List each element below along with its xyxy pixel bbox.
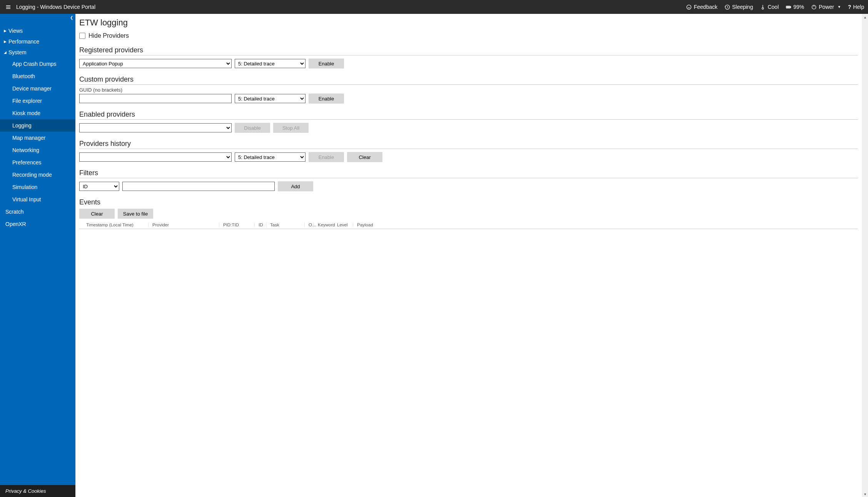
sidebar-item-logging[interactable]: Logging [0,119,75,132]
stop-all-button[interactable]: Stop All [273,123,309,133]
events-save-button[interactable]: Save to file [118,209,153,219]
disable-button[interactable]: Disable [235,123,270,133]
svg-rect-5 [786,6,790,8]
sidebar-item-bluetooth[interactable]: Bluetooth [0,70,75,82]
filter-field-select[interactable]: ID [79,182,119,191]
sidebar-item-device-manager[interactable]: Device manager [0,82,75,95]
history-enable-button[interactable]: Enable [309,152,344,162]
events-heading: Events [79,198,858,207]
help-link[interactable]: ? Help [848,4,864,10]
sidebar-collapse-icon[interactable]: ❮ [70,15,73,20]
hide-providers-label: Hide Providers [88,32,129,39]
column-provider[interactable]: Provider [149,223,219,227]
history-level-select[interactable]: 5: Detailed trace [235,152,305,162]
sidebar-item-kiosk-mode[interactable]: Kiosk mode [0,107,75,119]
scroll-up-icon[interactable]: ▴ [862,14,868,20]
temperature-label: Cool [768,4,779,10]
sidebar-item-recording-mode[interactable]: Recording mode [0,169,75,181]
column-opcode[interactable]: O… [305,223,314,227]
sleep-label: Sleeping [732,4,753,10]
menu-icon[interactable] [4,3,12,11]
svg-point-0 [687,5,691,9]
events-table-header: Timestamp (Local Time) Provider PID:TID … [79,221,858,229]
registered-level-select[interactable]: 5: Detailed trace [235,59,305,68]
caret-right-icon: ▶ [4,29,8,33]
history-clear-button[interactable]: Clear [347,152,382,162]
guid-input[interactable] [79,94,232,103]
smile-icon [686,4,692,10]
svg-rect-4 [790,7,791,8]
events-table: Timestamp (Local Time) Provider PID:TID … [79,221,858,229]
column-payload[interactable]: Payload [353,223,858,227]
feedback-link[interactable]: Feedback [686,4,717,10]
sidebar-item-app-crash-dumps[interactable]: App Crash Dumps [0,58,75,70]
help-label: Help [853,4,864,10]
column-id[interactable]: ID [255,223,266,227]
enabled-providers-heading: Enabled providers [79,110,858,120]
svg-point-2 [762,7,764,9]
registered-enable-button[interactable]: Enable [309,59,344,69]
performance-label: Performance [8,38,39,45]
sidebar-item-map-manager[interactable]: Map manager [0,132,75,144]
power-menu[interactable]: Power ▼ [811,4,841,10]
sidebar-category-views[interactable]: ▶ Views [0,25,75,36]
privacy-cookies-link[interactable]: Privacy & Cookies [0,485,75,497]
events-clear-button[interactable]: Clear [79,209,115,219]
sidebar-item-openxr[interactable]: OpenXR [0,218,75,230]
power-label: Power [819,4,834,10]
sidebar-item-scratch[interactable]: Scratch [0,206,75,218]
vertical-scrollbar[interactable]: ▴ ▾ [862,14,868,497]
battery-icon [786,4,791,10]
system-label: System [8,49,27,55]
feedback-label: Feedback [694,4,717,10]
sidebar-item-virtual-input[interactable]: Virtual Input [0,193,75,206]
filters-heading: Filters [79,169,858,178]
sidebar-category-system[interactable]: ◢ System [0,47,75,58]
filter-add-button[interactable]: Add [278,181,313,191]
filter-value-input[interactable] [122,182,275,191]
sidebar-item-preferences[interactable]: Preferences [0,156,75,169]
history-icon [724,4,730,10]
chevron-down-icon: ▼ [838,5,841,9]
sidebar: ❮ ▶ Views ▶ Performance ◢ System App Cra… [0,14,75,497]
column-task[interactable]: Task [266,223,305,227]
hide-providers-checkbox[interactable] [79,33,85,39]
temperature-status[interactable]: Cool [760,4,779,10]
sidebar-category-performance[interactable]: ▶ Performance [0,36,75,47]
enabled-provider-select[interactable] [79,123,232,132]
main-content: ETW logging Hide Providers Registered pr… [75,14,862,497]
page-title: ETW logging [79,18,858,28]
caret-down-icon: ◢ [4,50,8,54]
views-label: Views [8,28,23,34]
column-keyword[interactable]: Keyword [314,223,333,227]
custom-level-select[interactable]: 5: Detailed trace [235,94,305,103]
battery-label: 99% [793,4,804,10]
window-title: Logging - Windows Device Portal [16,4,95,10]
question-icon: ? [848,4,851,10]
sidebar-item-simulation[interactable]: Simulation [0,181,75,193]
registered-provider-select[interactable]: Application Popup [79,59,232,68]
caret-right-icon: ▶ [4,40,8,44]
sidebar-item-networking[interactable]: Networking [0,144,75,156]
sleep-status[interactable]: Sleeping [724,4,753,10]
registered-providers-heading: Registered providers [79,46,858,55]
thermometer-icon [760,4,766,10]
custom-providers-heading: Custom providers [79,75,858,85]
column-timestamp[interactable]: Timestamp (Local Time) [79,223,149,227]
battery-status[interactable]: 99% [786,4,804,10]
scroll-down-icon[interactable]: ▾ [862,491,868,497]
guid-field-label: GUID (no brackets) [79,87,858,93]
power-icon [811,4,817,10]
sidebar-item-file-explorer[interactable]: File explorer [0,95,75,107]
providers-history-heading: Providers history [79,140,858,149]
history-provider-select[interactable] [79,152,232,162]
column-level[interactable]: Level [333,223,353,227]
custom-enable-button[interactable]: Enable [309,94,344,104]
column-pidtid[interactable]: PID:TID [219,223,255,227]
top-bar: Logging - Windows Device Portal Feedback… [0,0,868,14]
